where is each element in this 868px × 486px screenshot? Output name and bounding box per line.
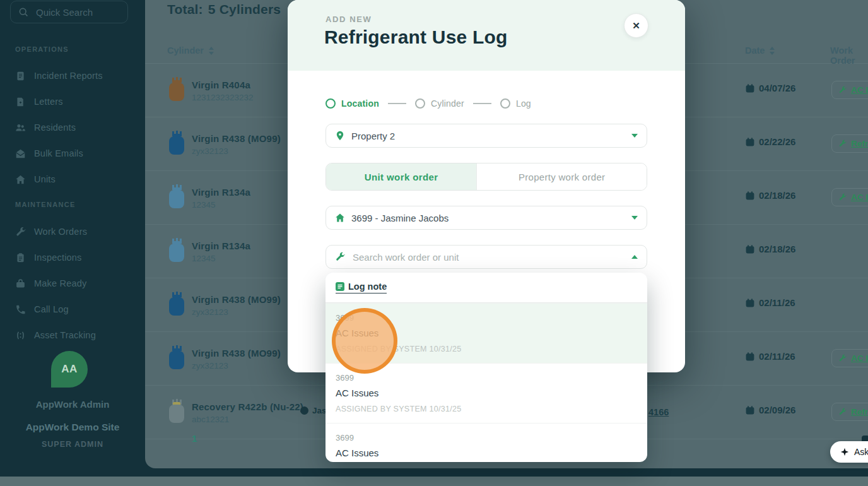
app-screen: OPERATIONS Incident Reports Letters Resi… xyxy=(0,0,868,486)
step-circle-icon xyxy=(326,98,336,109)
cylinder-type: Virgin R134a xyxy=(192,240,250,251)
phone-icon xyxy=(15,304,26,315)
work-order-link[interactable]: AC Issues xyxy=(851,193,868,202)
calendar-icon xyxy=(745,298,755,308)
stepper: Location Cylinder Log xyxy=(326,98,531,109)
residents-icon xyxy=(15,122,26,133)
work-order-chip[interactable]: Refrigera xyxy=(831,403,868,421)
sidebar: OPERATIONS Incident Reports Letters Resi… xyxy=(0,0,145,477)
work-order-link[interactable]: Refrigera xyxy=(851,139,868,148)
sort-icon[interactable] xyxy=(770,47,775,55)
wrench-icon xyxy=(838,86,847,94)
total-value: 5 Cylinders xyxy=(208,2,281,16)
sidebar-item-incident-reports[interactable]: Incident Reports xyxy=(15,69,103,83)
sidebar-item-letters[interactable]: Letters xyxy=(15,95,63,109)
sidebar-item-label: Inspections xyxy=(34,252,82,263)
wrench-icon xyxy=(838,139,847,148)
modal-title: Refrigerant Use Log xyxy=(324,27,508,48)
sidebar-item-asset-tracking[interactable]: Asset Tracking xyxy=(15,328,96,342)
option-assigned: ASSIGNED BY SYSTEM 10/31/25 xyxy=(336,404,637,414)
step-connector xyxy=(473,103,491,104)
work-order-search-input[interactable] xyxy=(351,251,625,263)
sidebar-item-label: Units xyxy=(34,174,56,184)
sort-icon[interactable] xyxy=(209,47,214,55)
sidebar-item-label: Call Log xyxy=(34,304,69,314)
note-icon xyxy=(336,282,344,291)
cylinder-icon xyxy=(169,238,184,262)
cylinder-serial: abc12321 xyxy=(192,415,229,424)
work-order-link[interactable]: AC Issues xyxy=(851,353,868,363)
option-assigned: ASSIGNED BY SYSTEM 10/31/25 xyxy=(336,344,637,354)
calendar-icon xyxy=(745,137,755,147)
sidebar-item-make-ready[interactable]: Make Ready xyxy=(15,276,86,290)
sidebar-item-bulk-emails[interactable]: Bulk Emails xyxy=(15,146,83,160)
calendar-icon xyxy=(745,191,755,201)
tab-unit-work-order[interactable]: Unit work order xyxy=(326,163,476,190)
property-select-value: Property 2 xyxy=(351,131,625,141)
work-order-option[interactable]: 3699 AC Issues xyxy=(326,423,647,462)
unit-select[interactable]: 3699 - Jasmine Jacobs xyxy=(326,206,647,230)
step-circle-icon xyxy=(500,98,510,109)
column-header-date[interactable]: Date xyxy=(745,45,775,56)
sidebar-item-call-log[interactable]: Call Log xyxy=(15,302,69,316)
work-order-option[interactable]: 3699 AC Issues ASSIGNED BY SYSTEM 10/31/… xyxy=(326,363,647,423)
close-icon: ✕ xyxy=(632,20,640,32)
work-order-chip[interactable]: AC Issues xyxy=(831,188,868,206)
modal-header: ADD NEW Refrigerant Use Log ✕ xyxy=(288,0,685,71)
profile-site[interactable]: AppWork Demo Site xyxy=(0,422,145,433)
column-header-cylinder[interactable]: Cylinder xyxy=(167,45,214,56)
sidebar-item-work-orders[interactable]: Work Orders xyxy=(15,225,87,239)
work-order-number-link[interactable]: 4166 xyxy=(648,407,669,417)
property-select[interactable]: Property 2 xyxy=(326,124,647,148)
quick-search[interactable] xyxy=(10,1,128,23)
avatar[interactable]: AA xyxy=(51,351,88,388)
tab-property-work-order[interactable]: Property work order xyxy=(476,163,647,190)
log-date: 02/22/26 xyxy=(745,136,795,147)
work-order-chip[interactable]: AC Issues xyxy=(831,81,868,99)
asset-tracking-icon xyxy=(15,330,26,341)
pagination-page-1[interactable]: 1 xyxy=(192,433,197,444)
avatar-initials: AA xyxy=(61,363,78,376)
option-title: AC Issues xyxy=(336,447,637,459)
letters-icon xyxy=(15,97,26,107)
map-pin-icon xyxy=(335,131,345,141)
cylinder-icon xyxy=(169,345,184,369)
cylinder-type: Virgin R404a xyxy=(192,80,250,90)
ask-assistant-button[interactable]: Ask m xyxy=(830,441,868,463)
work-order-option[interactable]: 3699 AC Issues ASSIGNED BY SYSTEM 10/31/… xyxy=(326,303,647,363)
ask-assistant-label: Ask m xyxy=(854,447,868,457)
home-icon xyxy=(335,213,345,223)
calendar-icon xyxy=(745,405,755,415)
sidebar-item-units[interactable]: Units xyxy=(15,172,56,186)
step-log: Log xyxy=(500,98,531,109)
sidebar-section-maintenance: MAINTENANCE xyxy=(15,201,76,208)
log-date: 02/09/26 xyxy=(745,405,795,415)
work-order-search[interactable] xyxy=(326,245,647,269)
cylinder-serial: zyx32123 xyxy=(192,146,228,156)
option-title: AC Issues xyxy=(336,387,637,400)
work-order-link[interactable]: AC Issues xyxy=(851,85,868,95)
work-order-chip[interactable]: Refrigera xyxy=(831,134,868,153)
quick-search-input[interactable] xyxy=(35,6,113,18)
log-note-link[interactable]: Log note xyxy=(336,282,387,293)
sidebar-item-inspections[interactable]: Inspections xyxy=(15,251,82,264)
sidebar-item-label: Letters xyxy=(34,97,63,107)
sidebar-item-residents[interactable]: Residents xyxy=(15,121,76,134)
close-button[interactable]: ✕ xyxy=(624,13,648,38)
calendar-icon xyxy=(745,83,755,93)
cylinder-type: Virgin R438 (MO99) xyxy=(192,294,281,305)
log-date: 02/11/26 xyxy=(745,351,795,362)
sidebar-item-label: Asset Tracking xyxy=(34,330,96,340)
calendar-icon xyxy=(745,244,755,254)
work-order-chip[interactable]: AC Issues xyxy=(831,349,868,367)
cylinder-icon xyxy=(169,399,184,423)
work-order-link[interactable]: Refrigera xyxy=(851,407,868,417)
sidebar-item-label: Incident Reports xyxy=(34,71,103,81)
total-label: Total: xyxy=(167,2,203,16)
wrench-icon xyxy=(838,408,847,416)
cylinder-type: Virgin R134a xyxy=(192,187,250,198)
chevron-up-icon xyxy=(631,255,638,259)
log-date: 04/07/26 xyxy=(745,83,795,93)
cylinder-serial: 12345 xyxy=(192,254,216,263)
step-circle-icon xyxy=(415,98,425,109)
